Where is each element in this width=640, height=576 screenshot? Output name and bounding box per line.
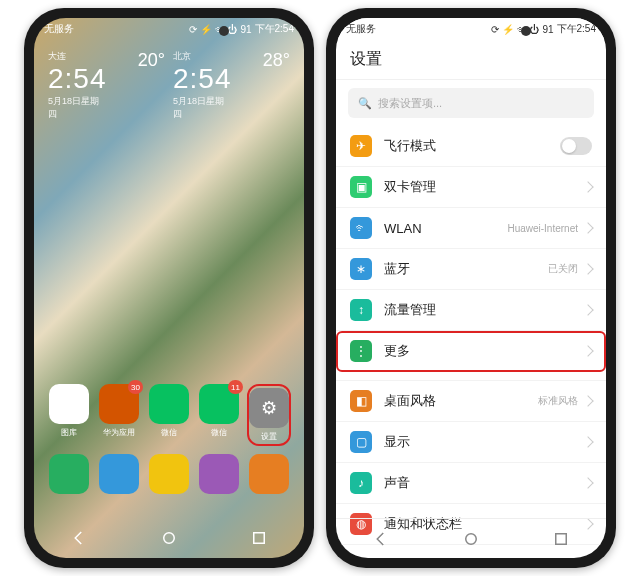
row-icon: ♪	[350, 472, 372, 494]
app-设置[interactable]: ⚙ 设置	[247, 384, 291, 446]
row-label: 双卡管理	[384, 178, 584, 196]
toggle[interactable]	[560, 137, 592, 155]
row-声音[interactable]: ♪ 声音	[336, 463, 606, 504]
clock-widgets: 大连 2:54 5月18日星期四 20° 北京 2:54 5月18日星期四 28…	[34, 40, 304, 121]
time-label: 下午2:54	[255, 22, 294, 36]
clock-time-2: 2:54	[173, 63, 232, 95]
row-蓝牙[interactable]: ∗ 蓝牙已关闭	[336, 249, 606, 290]
time-label: 下午2:54	[557, 22, 596, 36]
dock-app[interactable]	[247, 454, 291, 494]
row-label: 流量管理	[384, 301, 584, 319]
status-bar: 无服务 ⟳ ⚡ ᯤ ⏻ 91 下午2:54	[336, 18, 606, 40]
clock-date-1: 5月18日星期四	[48, 95, 107, 121]
app-微信[interactable]: 11 微信	[197, 384, 241, 446]
badge: 30	[128, 380, 143, 394]
dock-app[interactable]	[147, 454, 191, 494]
svg-rect-1	[254, 533, 265, 544]
settings-list: ✈ 飞行模式▣ 双卡管理ᯤ WLANHuawei-Internet∗ 蓝牙已关闭…	[336, 126, 606, 545]
row-icon: ∗	[350, 258, 372, 280]
chevron-right-icon	[582, 477, 593, 488]
chevron-right-icon	[582, 395, 593, 406]
status-icons: ⟳ ⚡ ᯤ ⏻	[491, 24, 539, 35]
row-icon: ↕	[350, 299, 372, 321]
app-icon	[249, 454, 289, 494]
app-图库[interactable]: 图库	[47, 384, 91, 446]
weather-loc-1: 大连	[48, 50, 107, 63]
row-icon: ◧	[350, 390, 372, 412]
row-流量管理[interactable]: ↕ 流量管理	[336, 290, 606, 331]
app-icon	[149, 384, 189, 424]
row-icon: ▣	[350, 176, 372, 198]
row-value: Huawei-Internet	[507, 223, 578, 234]
app-icon	[49, 384, 89, 424]
clock-time-1: 2:54	[48, 63, 107, 95]
weather-loc-2: 北京	[173, 50, 232, 63]
row-icon: ᯤ	[350, 217, 372, 239]
app-微信[interactable]: 微信	[147, 384, 191, 446]
row-label: 更多	[384, 342, 584, 360]
app-icon	[199, 454, 239, 494]
search-placeholder: 搜索设置项...	[378, 96, 442, 111]
app-label: 华为应用	[103, 427, 135, 438]
row-label: 桌面风格	[384, 392, 538, 410]
row-桌面风格[interactable]: ◧ 桌面风格标准风格	[336, 380, 606, 422]
dock-app[interactable]	[47, 454, 91, 494]
clock-date-2: 5月18日星期四	[173, 95, 232, 121]
app-label: 设置	[261, 431, 277, 442]
app-icon	[149, 454, 189, 494]
chevron-right-icon	[582, 222, 593, 233]
svg-point-0	[164, 533, 175, 544]
carrier-label: 无服务	[44, 22, 74, 36]
phone-settings: 无服务 ⟳ ⚡ ᯤ ⏻ 91 下午2:54 设置 🔍 搜索设置项... ✈ 飞行…	[326, 8, 616, 568]
chevron-right-icon	[582, 436, 593, 447]
chevron-right-icon	[582, 181, 593, 192]
row-双卡管理[interactable]: ▣ 双卡管理	[336, 167, 606, 208]
row-label: 飞行模式	[384, 137, 560, 155]
app-label: 图库	[61, 427, 77, 438]
row-显示[interactable]: ▢ 显示	[336, 422, 606, 463]
row-icon: ▢	[350, 431, 372, 453]
battery-label: 91	[240, 24, 251, 35]
svg-point-2	[466, 533, 477, 544]
weather-temp-2: 28°	[240, 50, 291, 71]
search-icon: 🔍	[358, 97, 372, 110]
row-icon: ✈	[350, 135, 372, 157]
row-更多[interactable]: ⋮ 更多	[336, 331, 606, 372]
app-icon: ⚙	[249, 388, 289, 428]
dock-app[interactable]	[97, 454, 141, 494]
chevron-right-icon	[582, 304, 593, 315]
row-label: 声音	[384, 474, 584, 492]
nav-home-icon[interactable]	[462, 530, 480, 548]
settings-screen: 无服务 ⟳ ⚡ ᯤ ⏻ 91 下午2:54 设置 🔍 搜索设置项... ✈ 飞行…	[336, 18, 606, 558]
nav-bar	[34, 518, 304, 558]
svg-rect-3	[556, 533, 567, 544]
app-华为应用[interactable]: 30 华为应用	[97, 384, 141, 446]
row-label: WLAN	[384, 221, 507, 236]
app-label: 微信	[161, 427, 177, 438]
app-icon	[49, 454, 89, 494]
row-value: 已关闭	[548, 262, 578, 276]
dock-app[interactable]	[197, 454, 241, 494]
nav-home-icon[interactable]	[160, 529, 178, 547]
carrier-label: 无服务	[346, 22, 376, 36]
row-label: 显示	[384, 433, 584, 451]
nav-back-icon[interactable]	[70, 529, 88, 547]
row-value: 标准风格	[538, 394, 578, 408]
nav-back-icon[interactable]	[372, 530, 390, 548]
status-icons: ⟳ ⚡ ᯤ ⏻	[189, 24, 237, 35]
chevron-right-icon	[582, 263, 593, 274]
badge: 11	[228, 380, 243, 394]
nav-bar	[336, 518, 606, 558]
home-screen: 无服务 ⟳ ⚡ ᯤ ⏻ 91 下午2:54 大连 2:54 5月18日星期四 2…	[34, 18, 304, 558]
phone-home: 无服务 ⟳ ⚡ ᯤ ⏻ 91 下午2:54 大连 2:54 5月18日星期四 2…	[24, 8, 314, 568]
status-bar: 无服务 ⟳ ⚡ ᯤ ⏻ 91 下午2:54	[34, 18, 304, 40]
nav-recent-icon[interactable]	[250, 529, 268, 547]
page-title: 设置	[336, 40, 606, 80]
row-飞行模式[interactable]: ✈ 飞行模式	[336, 126, 606, 167]
row-WLAN[interactable]: ᯤ WLANHuawei-Internet	[336, 208, 606, 249]
nav-recent-icon[interactable]	[552, 530, 570, 548]
row-label: 蓝牙	[384, 260, 548, 278]
row-icon: ⋮	[350, 340, 372, 362]
search-input[interactable]: 🔍 搜索设置项...	[348, 88, 594, 118]
app-label: 微信	[211, 427, 227, 438]
